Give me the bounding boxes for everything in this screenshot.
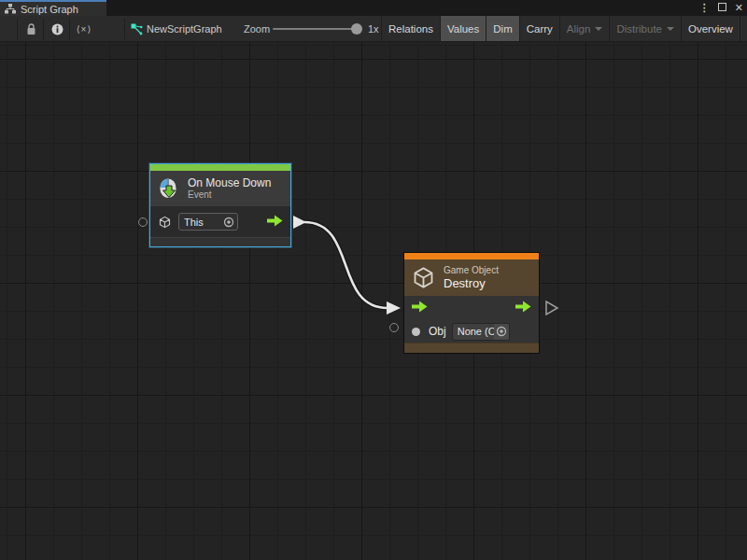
node-header[interactable]: Game Object Destroy — [404, 259, 539, 296]
node-subtitle: Event — [188, 189, 271, 201]
node-title: Destroy — [444, 276, 499, 290]
tab-label: Script Graph — [21, 4, 78, 15]
graph-canvas[interactable]: On Mouse Down Event This — [0, 42, 747, 560]
maximize-icon[interactable] — [718, 0, 726, 16]
graph-asset-icon — [130, 16, 143, 42]
tab-bar: Script Graph ⋮ ✕ — [0, 0, 747, 16]
graph-tab-icon — [5, 4, 16, 14]
dim-button[interactable]: Dim — [486, 16, 518, 42]
node-title: On Mouse Down — [188, 176, 271, 189]
game-object-cube-icon — [158, 215, 172, 230]
node-header[interactable]: On Mouse Down Event — [150, 171, 290, 206]
overview-button[interactable]: Overview — [681, 16, 740, 42]
object-picker-icon[interactable] — [223, 217, 234, 228]
lock-button[interactable] — [19, 16, 43, 42]
edit-source-button[interactable]: ⟨×⟩ — [70, 16, 98, 42]
carry-button[interactable]: Carry — [519, 16, 559, 42]
mouse-down-icon — [156, 176, 180, 201]
lock-icon — [26, 23, 36, 35]
graph-name-label[interactable]: NewScriptGraph — [147, 16, 222, 42]
distribute-dropdown[interactable]: Distribute — [609, 16, 681, 42]
wire-end-arrowhead — [387, 301, 401, 315]
node-body: Obj None (O — [404, 296, 539, 343]
node-accent-bar — [150, 164, 290, 171]
node-on-mouse-down[interactable]: On Mouse Down Event This — [149, 163, 291, 247]
trigger-input-port[interactable] — [412, 300, 428, 316]
window-menu-icon[interactable]: ⋮ — [699, 0, 710, 16]
wire-start-arrowhead — [293, 216, 306, 229]
chevron-down-icon — [667, 27, 674, 31]
unconnected-input-port[interactable] — [138, 217, 148, 227]
node-accent-bar — [404, 253, 539, 259]
node-body: This — [150, 206, 290, 237]
unconnected-input-port[interactable] — [389, 323, 399, 332]
relations-button[interactable]: Relations — [381, 16, 440, 42]
object-field[interactable]: None (O — [452, 323, 510, 341]
trigger-output-port[interactable] — [515, 300, 531, 316]
zoom-slider-handle[interactable] — [351, 23, 362, 35]
window-controls: ⋮ ✕ — [699, 0, 743, 16]
zoom-slider-track[interactable] — [273, 28, 360, 30]
target-field[interactable]: This — [178, 213, 238, 231]
game-object-cube-icon — [411, 265, 436, 290]
node-footer — [150, 237, 290, 246]
unconnected-output-arrow — [546, 301, 557, 315]
input-label: Obj — [429, 325, 446, 338]
tab-script-graph[interactable]: Script Graph — [0, 0, 106, 16]
info-button[interactable] — [45, 16, 69, 42]
values-button[interactable]: Values — [440, 16, 486, 42]
node-supertitle: Game Object — [444, 265, 499, 276]
zoom-label: Zoom — [244, 16, 270, 42]
node-destroy[interactable]: Game Object Destroy — [403, 252, 540, 354]
connection-wire — [0, 42, 747, 560]
zoom-value: 1x — [368, 16, 379, 42]
node-footer — [404, 343, 539, 353]
trigger-output-port[interactable] — [267, 214, 283, 231]
object-picker-icon[interactable] — [494, 324, 508, 340]
script-graph-window: Script Graph ⋮ ✕ ⟨×⟩ — [0, 0, 747, 560]
info-icon — [51, 23, 63, 35]
graph-toolbar: ⟨×⟩ NewScriptGraph Zoom 1x Relations Val… — [0, 16, 747, 42]
value-input-port[interactable] — [412, 328, 420, 336]
close-icon[interactable]: ✕ — [735, 0, 743, 16]
align-dropdown[interactable]: Align — [559, 16, 610, 42]
code-icon: ⟨×⟩ — [77, 24, 92, 35]
full-screen-button[interactable]: Full S — [740, 16, 747, 42]
toolbar-button-group: Relations Values Dim Carry Align Distrib… — [381, 16, 747, 42]
chevron-down-icon — [595, 27, 602, 31]
